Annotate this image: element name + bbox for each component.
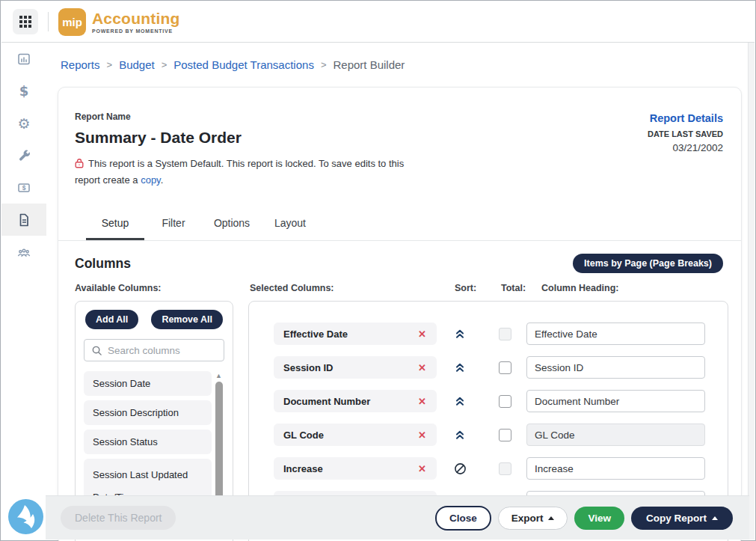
date-last-saved-value: 03/21/2002: [648, 142, 723, 153]
sidebar-item-billing[interactable]: $: [1, 171, 46, 204]
sidebar-item-settings[interactable]: ⚙: [1, 107, 46, 139]
sidebar-item-money[interactable]: $: [1, 75, 46, 107]
tab-layout[interactable]: Layout: [261, 210, 319, 240]
selected-row-gl-code: GL Code ✕: [274, 424, 705, 446]
selected-column-pill[interactable]: Session ID ✕: [274, 356, 437, 379]
available-column-item[interactable]: Session Status: [84, 430, 212, 454]
items-by-page-button[interactable]: Items by Page (Page Breaks): [573, 254, 723, 273]
sort-ascending-icon[interactable]: [454, 395, 466, 407]
caret-up-icon: [712, 516, 718, 520]
brand-block: Accounting POWERED BY MOMENTIVE: [92, 10, 180, 34]
total-checkbox[interactable]: [499, 429, 511, 441]
document-icon: [16, 213, 31, 227]
selected-row-increase: Increase ✕: [274, 457, 705, 480]
column-heading-input[interactable]: [526, 323, 705, 345]
brand-tagline: POWERED BY MOMENTIVE: [92, 28, 180, 34]
total-checkbox[interactable]: [499, 395, 511, 408]
mip-logo[interactable]: mip: [58, 8, 86, 36]
column-heading-input[interactable]: [526, 356, 705, 379]
people-icon: [16, 245, 31, 260]
remove-column-icon[interactable]: ✕: [417, 430, 427, 441]
view-button[interactable]: View: [574, 507, 624, 530]
breadcrumb-budget[interactable]: Budget: [119, 58, 155, 71]
add-all-button[interactable]: Add All: [85, 310, 138, 329]
selected-columns-label: Selected Columns:: [250, 283, 334, 293]
copy-link[interactable]: copy: [141, 174, 161, 186]
remove-column-icon[interactable]: ✕: [417, 362, 427, 373]
column-heading-input[interactable]: [526, 390, 705, 412]
sidebar-item-dashboard[interactable]: [1, 43, 46, 75]
sidebar-item-tools[interactable]: [1, 139, 46, 171]
selected-row-document-number: Document Number ✕: [274, 390, 705, 412]
selected-column-name: Session ID: [283, 362, 333, 373]
bar-chart-icon: [16, 52, 31, 67]
no-sort-icon: [454, 462, 467, 475]
search-columns-box: [84, 339, 224, 361]
selected-column-pill[interactable]: GL Code ✕: [274, 424, 437, 446]
delete-report-button[interactable]: Delete This Report: [61, 506, 176, 530]
wrench-icon: [17, 148, 31, 162]
available-column-item[interactable]: Session Date: [84, 371, 212, 396]
export-button[interactable]: Export: [498, 507, 568, 530]
total-checkbox: [499, 462, 511, 475]
locked-message: This report is a System Default. This re…: [75, 156, 426, 189]
app-launcher-button[interactable]: [13, 9, 38, 34]
breadcrumb-separator: >: [107, 59, 113, 70]
sort-ascending-icon[interactable]: [454, 361, 466, 373]
locked-message-text: This report is a System Default. This re…: [75, 158, 404, 186]
sidebar-item-reports[interactable]: [1, 204, 46, 236]
list-scrollbar[interactable]: ▲: [215, 373, 223, 500]
total-checkbox[interactable]: [499, 361, 511, 374]
tab-options[interactable]: Options: [203, 210, 261, 240]
screen-frame: mip Accounting POWERED BY MOMENTIVE $ ⚙ …: [0, 0, 756, 541]
grid-icon: [19, 16, 31, 28]
column-heading-label: Column Heading:: [541, 283, 618, 293]
sidebar-nav: $ ⚙ $: [1, 43, 46, 540]
mip-corner-logo[interactable]: [8, 499, 43, 534]
scroll-up-arrow-icon[interactable]: ▲: [215, 373, 222, 379]
selected-column-pill[interactable]: Effective Date ✕: [274, 323, 437, 345]
billing-card-icon: $: [16, 180, 31, 195]
sort-ascending-icon[interactable]: [454, 429, 466, 441]
column-labels-row: Available Columns: Selected Columns: Sor…: [58, 283, 741, 298]
breadcrumb-posted-budget-transactions[interactable]: Posted Budget Transactions: [173, 58, 314, 71]
available-column-item[interactable]: Session Description: [84, 400, 212, 425]
report-name-block: Report Name Summary - Date Order This re…: [75, 111, 426, 189]
tab-setup[interactable]: Setup: [86, 210, 144, 240]
report-meta-block: Report Details DATE LAST SAVED 03/21/200…: [648, 111, 723, 189]
lock-icon: [75, 158, 84, 168]
selected-column-name: Document Number: [283, 396, 370, 407]
scrollbar-thumb[interactable]: [215, 382, 223, 500]
page-scrollbar[interactable]: [748, 43, 755, 540]
sidebar-item-users[interactable]: [1, 236, 46, 268]
remove-all-button[interactable]: Remove All: [151, 310, 223, 329]
total-label: Total:: [501, 283, 526, 293]
available-columns-label: Available Columns:: [75, 283, 162, 293]
remove-column-icon[interactable]: ✕: [417, 396, 427, 407]
footer-action-bar: Delete This Report Close Export View Cop…: [46, 495, 749, 540]
report-name-value: Summary - Date Order: [75, 129, 426, 147]
tab-filter[interactable]: Filter: [144, 210, 203, 240]
selected-column-pill[interactable]: Increase ✕: [274, 457, 437, 480]
breadcrumb-reports[interactable]: Reports: [61, 58, 100, 71]
remove-column-icon[interactable]: ✕: [417, 463, 427, 474]
search-columns-input[interactable]: [108, 345, 217, 356]
sort-ascending-icon[interactable]: [454, 328, 466, 340]
sort-label: Sort:: [455, 283, 476, 293]
gear-icon: ⚙: [17, 115, 30, 132]
search-icon: [91, 345, 102, 356]
period: .: [161, 174, 164, 186]
report-details-link[interactable]: Report Details: [650, 112, 723, 124]
tab-bar: Setup Filter Options Layout: [58, 210, 741, 241]
copy-report-button[interactable]: Copy Report: [631, 507, 733, 530]
selected-column-pill[interactable]: Document Number ✕: [274, 390, 437, 412]
selected-row-session-id: Session ID ✕: [274, 356, 705, 379]
columns-section-title: Columns: [75, 256, 131, 272]
remove-column-icon[interactable]: ✕: [417, 328, 427, 340]
breadcrumb: Reports > Budget > Posted Budget Transac…: [46, 43, 755, 71]
column-heading-input[interactable]: [526, 424, 705, 446]
breadcrumb-separator: >: [321, 59, 327, 70]
column-heading-input[interactable]: [526, 457, 705, 480]
header-divider: [48, 12, 49, 31]
close-button[interactable]: Close: [435, 506, 491, 531]
